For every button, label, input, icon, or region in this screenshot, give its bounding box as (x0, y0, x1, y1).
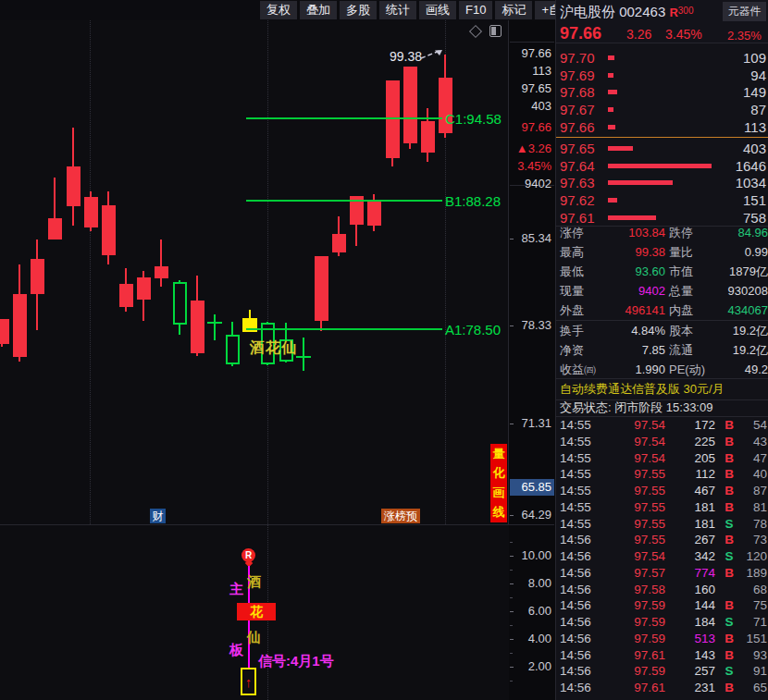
tick-price: 97.59 (602, 614, 665, 631)
order-volume: 149 (743, 83, 766, 101)
trade-status: 交易状态: 闭市阶段 15:33:09 (560, 400, 768, 415)
tick-row[interactable]: 14:5597.55112B40 (556, 466, 768, 483)
order-book-row[interactable]: 97.65403 (556, 140, 768, 157)
tick-volume: 774 (665, 565, 715, 582)
tick-row[interactable]: 14:5697.59144B75 (556, 597, 768, 614)
tick-count: 189 (736, 565, 767, 582)
tick-row[interactable]: 14:5597.54205B47 (556, 450, 768, 467)
order-book-row[interactable]: 97.641646 (556, 157, 768, 175)
tick-time: 14:55 (560, 450, 591, 467)
order-price: 97.65 (560, 140, 595, 157)
tick-direction: B (723, 631, 736, 647)
tick-count: 47 (736, 450, 767, 467)
zhangbangyu-marker-tag[interactable]: 涨榜预 (381, 509, 420, 523)
candle-body-up (332, 234, 346, 252)
toolbar-button-标记[interactable]: 标记 (495, 1, 532, 19)
tick-count: 81 (736, 499, 767, 516)
tick-row[interactable]: 14:5697.5816068 (556, 582, 768, 598)
toolbar-button-画线[interactable]: 画线 (419, 1, 456, 19)
order-price: 97.69 (560, 67, 595, 84)
tick-row[interactable]: 14:5697.54342S120 (556, 548, 768, 565)
axis-minor-tick (510, 542, 513, 543)
order-book-separator (556, 137, 768, 138)
toolbar-button-F10[interactable]: F10 (459, 1, 492, 19)
order-book-row[interactable]: 97.70109 (556, 49, 768, 67)
tick-row[interactable]: 14:5697.60167S60 (556, 696, 768, 700)
order-book-row[interactable]: 97.6787 (556, 101, 768, 118)
axis-minor-tick (510, 570, 513, 571)
tick-count: 60 (736, 696, 767, 700)
tick-row[interactable]: 14:5697.55267B73 (556, 532, 768, 548)
tick-price: 97.55 (602, 499, 665, 516)
candle-wick (214, 314, 216, 340)
candle-body-down (173, 282, 187, 325)
tick-row[interactable]: 14:5597.54225B43 (556, 434, 768, 450)
sector-link[interactable]: 元器件 (723, 2, 766, 21)
tick-row[interactable]: 14:5697.61231B65 (556, 680, 768, 696)
subscription-notice[interactable]: 自动续费通达信普及版 30元/月 (560, 380, 768, 399)
tick-row[interactable]: 14:5597.55467B87 (556, 483, 768, 499)
stats-row: 最低93.60市值1879亿 (556, 263, 768, 281)
toolbar-button-多股[interactable]: 多股 (340, 1, 377, 19)
indicator-name-label: 酒花仙 (250, 338, 297, 358)
stats-label: 流通 (669, 341, 693, 360)
tick-row[interactable]: 14:5597.55181B81 (556, 499, 768, 516)
tick-row[interactable]: 14:5697.59513B151 (556, 631, 768, 647)
candle-body-up (67, 166, 81, 206)
main-chart-canvas[interactable]: C1:94.58B1:88.28A1:78.50 99.38 酒花仙 财 涨榜预… (0, 20, 509, 524)
tick-direction: B (723, 434, 736, 450)
tick-price: 97.59 (602, 663, 665, 680)
tick-count: 73 (736, 532, 767, 548)
tick-volume: 225 (665, 434, 715, 450)
signal-r-badge: R (242, 548, 255, 562)
tick-time: 14:56 (560, 582, 591, 598)
tick-direction: B (723, 450, 736, 467)
stats-value: 84.96 (737, 224, 768, 242)
toolbar-button-叠加[interactable]: 叠加 (300, 1, 337, 19)
quote-strip-value: 97.66 (521, 46, 551, 60)
tick-row[interactable]: 14:5697.61143B93 (556, 647, 768, 664)
order-book-row[interactable]: 97.68149 (556, 83, 768, 101)
indicator-char-bottom: 仙 (247, 629, 261, 646)
cai-marker-tag[interactable]: 财 (150, 509, 166, 523)
quant-drawing-banner[interactable]: 量化画线 (490, 444, 507, 522)
doji-cross (296, 356, 311, 358)
stats-label: 涨停 (560, 224, 584, 242)
tick-price: 97.57 (602, 565, 665, 582)
tick-row[interactable]: 14:5597.54172B54 (556, 417, 768, 434)
toolbar-button-统计[interactable]: 统计 (379, 1, 416, 19)
candle-wick (303, 338, 304, 371)
divider (556, 378, 768, 379)
order-volume-bar (608, 198, 617, 203)
sector-change: 2.35% (727, 29, 762, 43)
axis-tick (510, 639, 514, 640)
axis-minor-tick (510, 597, 513, 598)
order-book-row[interactable]: 97.66113 (556, 118, 768, 136)
tick-time: 14:56 (560, 663, 591, 680)
stats-label: 量比 (669, 243, 693, 262)
order-price: 97.66 (560, 118, 595, 136)
panel-toggle-icon[interactable] (489, 25, 502, 37)
indicator-char-box: 花 (237, 603, 276, 620)
order-volume-bar (608, 73, 613, 78)
price-line (246, 200, 442, 202)
toolbar-button-复权[interactable]: 复权 (260, 1, 297, 19)
tick-row[interactable]: 14:5697.59184S71 (556, 614, 768, 631)
buy-signal-arrow: ↑ (241, 668, 256, 695)
axis-tick (510, 325, 514, 326)
tick-row[interactable]: 14:5697.59257S91 (556, 663, 768, 680)
stats-label: 现量 (560, 282, 584, 301)
tick-row[interactable]: 14:5597.55181S78 (556, 516, 768, 533)
stats-row: 涨停103.84跌停84.96 (556, 224, 768, 242)
tick-row[interactable]: 14:5697.57774B189 (556, 565, 768, 582)
quant-banner-char: 线 (490, 502, 507, 522)
diamond-icon[interactable] (469, 25, 482, 38)
order-book-row[interactable]: 97.6994 (556, 67, 768, 84)
order-book-row[interactable]: 97.62151 (556, 191, 768, 209)
order-book-row[interactable]: 97.631034 (556, 174, 768, 191)
indicator-char-top: 酒 (247, 573, 261, 591)
stats-row: 换手4.84%股本19.2亿 (556, 322, 768, 340)
signal-subchart[interactable]: R 主 酒 花 仙 板 信号:4月1号 ↑ (0, 525, 509, 700)
tick-price: 97.54 (602, 548, 665, 565)
stats-value: 1879亿 (729, 263, 768, 281)
